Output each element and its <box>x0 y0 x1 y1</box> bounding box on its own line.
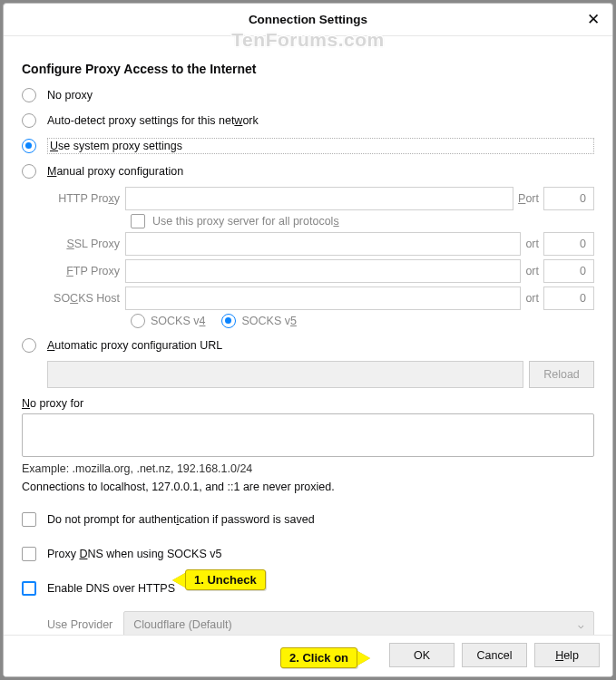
reload-button[interactable]: Reload <box>529 361 594 388</box>
checkbox-icon <box>22 581 36 596</box>
radio-auto-url[interactable]: Automatic proxy configuration URL <box>22 334 594 357</box>
radio-no-proxy[interactable]: No proxy <box>22 83 594 107</box>
radio-icon <box>22 88 36 102</box>
checkbox-label: Enable DNS over HTTPS <box>47 582 175 595</box>
radio-manual[interactable]: Manual proxy configuration <box>22 160 594 183</box>
section-heading: Configure Proxy Access to the Internet <box>22 62 594 76</box>
ftp-port-input[interactable]: 0 <box>543 259 594 283</box>
ssl-proxy-input[interactable] <box>125 232 521 256</box>
radio-label: No proxy <box>47 89 93 102</box>
radio-use-system[interactable]: Use system proxy settings <box>22 134 594 158</box>
radio-label: Auto-detect proxy settings for this netw… <box>47 114 259 127</box>
port-label: ort <box>521 265 543 277</box>
port-label: Port <box>513 192 543 205</box>
socks-host-input[interactable] <box>125 287 521 310</box>
checkbox-label: Do not prompt for authentication if pass… <box>47 513 315 526</box>
radio-icon <box>22 139 36 153</box>
http-proxy-input[interactable] <box>125 187 513 210</box>
http-port-input[interactable]: 0 <box>543 187 594 210</box>
dialog-content: Configure Proxy Access to the Internet N… <box>4 36 612 644</box>
socks-port-input[interactable]: 0 <box>543 287 594 310</box>
ftp-proxy-row: FTP Proxy ort 0 <box>47 259 594 283</box>
dialog-title: Connection Settings <box>249 13 367 26</box>
radio-icon <box>131 314 145 328</box>
port-label: ort <box>521 292 543 305</box>
socks-version-group: SOCKS v4 SOCKS v5 <box>131 314 594 328</box>
button-bar: OK Cancel Help <box>4 635 612 676</box>
same-for-all-checkbox[interactable]: Use this proxy server for all protocols <box>131 214 594 228</box>
localhost-hint: Connections to localhost, 127.0.0.1, and… <box>22 481 594 493</box>
radio-icon <box>221 314 236 328</box>
socks-host-row: SOCKS Host ort 0 <box>47 287 594 310</box>
checkbox-proxy-dns[interactable]: Proxy DNS when using SOCKS v5 <box>22 542 594 566</box>
radio-label: Automatic proxy configuration URL <box>47 339 222 352</box>
provider-value: Cloudflare (Default) <box>133 618 231 631</box>
checkbox-no-auth-prompt[interactable]: Do not prompt for authentication if pass… <box>22 508 594 531</box>
port-label: ort <box>521 238 543 250</box>
checkbox-enable-doh[interactable]: Enable DNS over HTTPS <box>22 577 594 600</box>
socks-host-label: SOCKS Host <box>47 292 125 305</box>
radio-socks-v5[interactable]: SOCKS v5 <box>221 314 296 328</box>
checkbox-icon <box>131 214 145 228</box>
provider-label: Use Provider <box>47 618 112 631</box>
auto-url-input[interactable] <box>47 361 523 388</box>
connection-settings-dialog: Connection Settings ✕ TenForums.com Conf… <box>3 3 613 677</box>
http-proxy-row: HTTP Proxy Port 0 <box>47 187 594 210</box>
ftp-proxy-label: FTP Proxy <box>47 265 125 277</box>
radio-auto-detect[interactable]: Auto-detect proxy settings for this netw… <box>22 109 594 132</box>
no-proxy-for-label: No proxy for <box>22 397 594 410</box>
manual-proxy-group: HTTP Proxy Port 0 Use this proxy server … <box>47 187 594 328</box>
ok-button[interactable]: OK <box>389 643 455 667</box>
radio-icon <box>22 113 36 128</box>
http-proxy-label: HTTP Proxy <box>47 192 125 205</box>
radio-label: SOCKS v5 <box>241 315 296 327</box>
cancel-button[interactable]: Cancel <box>462 643 527 667</box>
ssl-port-input[interactable]: 0 <box>543 232 594 256</box>
options-checklist: Do not prompt for authentication if pass… <box>22 506 594 602</box>
radio-label: Manual proxy configuration <box>47 165 183 178</box>
radio-icon <box>22 164 36 179</box>
radio-socks-v4[interactable]: SOCKS v4 <box>131 314 205 328</box>
radio-label: SOCKS v4 <box>151 315 205 327</box>
radio-icon <box>22 338 36 353</box>
checkbox-label: Proxy DNS when using SOCKS v5 <box>47 548 221 560</box>
example-text: Example: .mozilla.org, .net.nz, 192.168.… <box>22 462 594 475</box>
no-proxy-for-input[interactable] <box>22 413 594 457</box>
radio-label: Use system proxy settings <box>47 138 594 154</box>
ssl-proxy-label: SSL Proxy <box>47 238 125 250</box>
ssl-proxy-row: SSL Proxy ort 0 <box>47 232 594 256</box>
checkbox-label: Use this proxy server for all protocols <box>152 215 339 228</box>
help-button[interactable]: Help <box>534 643 600 667</box>
chevron-down-icon: ⌵ <box>578 619 584 631</box>
auto-url-row: Reload <box>47 361 594 388</box>
checkbox-icon <box>22 512 36 527</box>
titlebar: Connection Settings ✕ <box>4 4 612 36</box>
close-icon[interactable]: ✕ <box>582 7 605 31</box>
ftp-proxy-input[interactable] <box>125 259 521 283</box>
checkbox-icon <box>22 547 36 561</box>
